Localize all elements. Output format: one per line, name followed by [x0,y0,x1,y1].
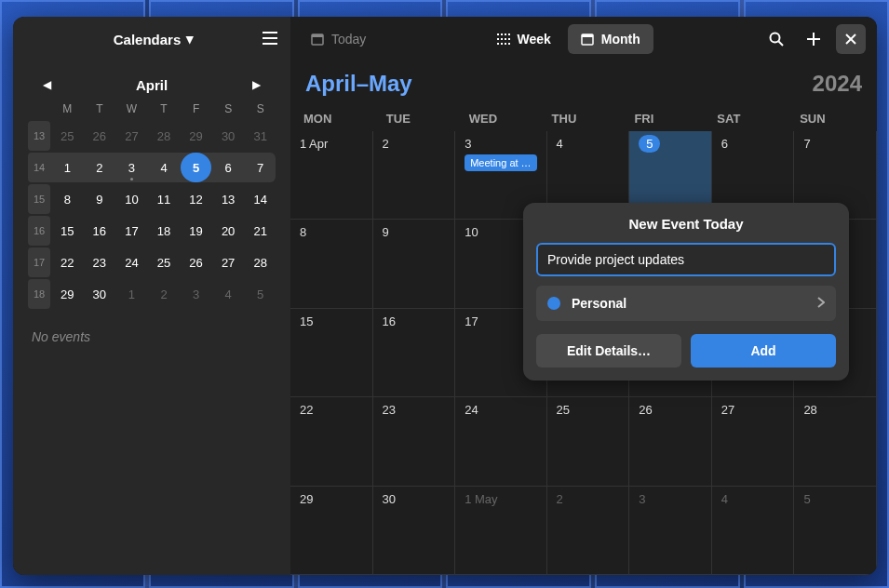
day-cell[interactable]: 22 [290,397,373,486]
mini-cal-day[interactable]: 28 [245,247,276,277]
day-cell[interactable]: 29 [290,487,373,575]
event-title-input[interactable] [536,243,836,276]
mini-cal-day[interactable]: 12 [181,184,211,214]
mini-cal-day[interactable]: 26 [181,247,211,277]
mini-cal-day[interactable]: 10 [116,184,147,214]
mini-cal-day[interactable]: 20 [213,216,244,246]
day-cell[interactable]: 2 [547,487,630,575]
event-pill[interactable]: Meeting at … [465,154,536,171]
mini-cal-day[interactable]: 1 [52,153,83,182]
svg-rect-16 [508,43,510,45]
today-icon [311,33,324,46]
week-number: 13 [28,121,50,151]
day-cell[interactable]: 5 [794,487,877,575]
day-cell[interactable]: 4 [712,487,795,575]
day-header: SUN [790,106,873,131]
mini-cal-day[interactable]: 6 [213,153,244,182]
day-header: TUE [377,106,460,131]
mini-cal-day[interactable]: 24 [116,247,147,277]
mini-cal-day[interactable]: 18 [149,216,180,246]
day-cell[interactable]: 26 [629,397,712,486]
calendar-select[interactable]: Personal [536,286,836,321]
day-cell[interactable]: 8 [290,220,373,308]
close-icon [845,33,856,45]
day-cell[interactable]: 23 [373,397,456,486]
mini-cal-day[interactable]: 4 [149,153,180,182]
day-number: 4 [557,137,563,151]
month-view-button[interactable]: Month [568,24,653,54]
mini-cal-day[interactable]: 25 [52,121,83,151]
mini-cal-day[interactable]: 22 [52,247,83,277]
day-cell[interactable]: 3 [629,487,712,575]
day-cell[interactable]: 27 [712,397,795,486]
day-cell[interactable]: 9 [373,220,456,308]
mini-cal-day[interactable]: 29 [52,279,83,309]
mini-cal-day[interactable]: 26 [85,121,115,151]
mini-cal-day[interactable]: 21 [245,216,276,246]
svg-rect-4 [312,34,323,37]
day-cell[interactable]: 16 [373,309,456,397]
day-cell[interactable]: 25 [547,397,630,486]
sidebar-header: Calendars ▾ [13,17,290,61]
week-number: 17 [28,247,50,277]
week-view-button[interactable]: Week [484,24,564,54]
mini-cal-day[interactable]: 5 [245,279,276,309]
mini-cal-day[interactable]: 3 [181,279,211,309]
day-cell[interactable]: 1 May [455,487,546,575]
day-number: 8 [300,225,306,239]
add-button[interactable]: Add [691,334,836,368]
mini-cal-day[interactable]: 27 [116,121,147,151]
calendars-label: Calendars [114,32,182,47]
mini-cal-day[interactable]: 11 [149,184,180,214]
prev-month-button[interactable]: ◀ [35,74,59,95]
mini-cal-day[interactable]: 17 [116,216,147,246]
mini-cal-day[interactable]: 4 [213,279,244,309]
mini-cal-day[interactable]: 16 [85,216,115,246]
today-button[interactable]: Today [302,26,375,52]
calendars-dropdown[interactable]: Calendars ▾ [114,31,195,47]
mini-cal-day[interactable]: 30 [85,279,115,309]
edit-details-button[interactable]: Edit Details… [536,334,681,368]
mini-cal-day[interactable]: 30 [213,121,244,151]
svg-rect-14 [501,43,503,45]
day-cell[interactable]: 2 [373,131,456,220]
day-cell[interactable]: 28 [794,397,877,486]
mini-cal-day[interactable]: 23 [85,247,115,277]
mini-cal-day[interactable]: 19 [181,216,211,246]
mini-cal-day[interactable]: 1 [116,279,147,309]
mini-cal-day[interactable]: 27 [213,247,244,277]
mini-cal-day[interactable]: 28 [149,121,180,151]
mini-cal-day[interactable]: 9 [85,184,115,214]
mini-cal-day[interactable]: 29 [181,121,211,151]
mini-cal-day[interactable]: 3 [116,153,147,182]
mini-cal-day[interactable]: 25 [149,247,180,277]
close-button[interactable] [836,24,866,54]
month-view-label: Month [601,32,640,47]
next-month-button[interactable]: ▶ [245,74,268,95]
mini-cal-day-header: S [245,102,276,115]
svg-rect-11 [505,38,506,40]
day-cell[interactable]: 15 [290,309,373,397]
search-button[interactable] [761,24,791,54]
popover-buttons: Edit Details… Add [536,334,836,368]
mini-cal-day[interactable]: 13 [213,184,244,214]
day-cell[interactable]: 30 [373,487,456,575]
mini-cal-day[interactable]: 2 [149,279,180,309]
mini-cal-day[interactable]: 7 [245,153,276,182]
mini-cal-day[interactable]: 14 [245,184,276,214]
add-event-button[interactable] [799,24,828,54]
mini-cal-day[interactable]: 8 [52,184,83,214]
day-cell[interactable]: 1 Apr [290,131,373,220]
mini-cal-day[interactable]: 2 [85,153,115,182]
week-number: 16 [28,216,50,246]
popover-title: New Event Today [536,216,836,232]
mini-cal-week-row: 1615161718192021 [28,216,276,246]
hamburger-menu-button[interactable] [263,30,277,49]
mini-cal-day[interactable]: 31 [245,121,276,151]
day-cell[interactable]: 24 [455,397,546,486]
mini-cal-day[interactable]: 15 [52,216,83,246]
mini-cal-day[interactable]: 5 [181,153,211,182]
today-label: Today [331,32,366,47]
svg-rect-18 [582,34,593,37]
day-number: 16 [383,314,396,328]
